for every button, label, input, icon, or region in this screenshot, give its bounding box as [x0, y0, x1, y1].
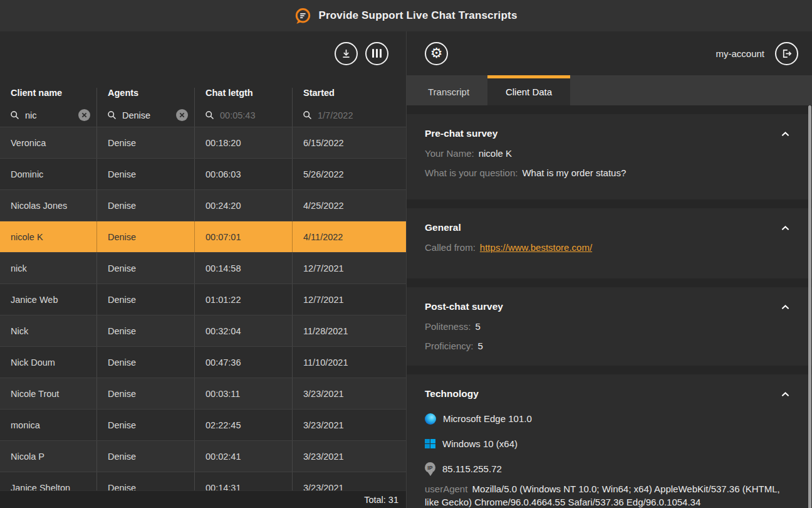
- cell-started[interactable]: 3/23/2021: [293, 378, 406, 409]
- column-header-started[interactable]: Started: [293, 88, 406, 103]
- cell-agent[interactable]: Denise: [97, 441, 195, 472]
- cell-chat-length[interactable]: 02:22:45: [195, 410, 293, 440]
- cell-started[interactable]: 3/23/2021: [293, 441, 406, 472]
- cell-chat-length[interactable]: 00:32:04: [195, 315, 293, 346]
- cell-client-name[interactable]: Janice Web: [0, 284, 97, 315]
- chevron-up-icon[interactable]: [781, 301, 789, 312]
- table-row[interactable]: monicaDenise02:22:453/23/2021: [0, 409, 406, 440]
- chevron-up-icon[interactable]: [781, 222, 789, 233]
- column-header-agents[interactable]: Agents: [97, 88, 195, 103]
- cell-chat-length[interactable]: 00:24:20: [195, 190, 293, 221]
- cell-started[interactable]: 4/11/2022: [293, 221, 406, 252]
- table-row[interactable]: Janice SheltonDenise00:14:313/23/2021: [0, 472, 406, 490]
- download-button[interactable]: [335, 42, 358, 65]
- cell-started[interactable]: 5/26/2022: [293, 159, 406, 189]
- table-row[interactable]: DominicDenise00:06:035/26/2022: [0, 158, 406, 189]
- cell-chat-length[interactable]: 00:06:03: [195, 159, 293, 189]
- field-useragent: userAgentMozilla/5.0 (Windows NT 10.0; W…: [425, 482, 789, 508]
- cell-chat-length[interactable]: 00:02:41: [195, 441, 293, 472]
- called-from-link[interactable]: https://www.beststore.com/: [480, 242, 592, 253]
- table-row[interactable]: VeronicaDenise00:18:206/15/2022: [0, 127, 406, 158]
- cell-client-name[interactable]: Veronica: [0, 127, 97, 158]
- field-what-is-your-question-: What is your question:What is my order s…: [425, 166, 789, 179]
- cell-chat-length[interactable]: 00:14:58: [195, 253, 293, 283]
- clear-filter-button[interactable]: [176, 109, 188, 121]
- column-header-chat-length[interactable]: Chat letgth: [195, 88, 293, 103]
- speech-bubble-logo: [294, 8, 311, 24]
- cell-agent[interactable]: Denise: [97, 472, 195, 490]
- section-technology: TechnologyMicrosoft Edge 101.0Windows 10…: [407, 374, 812, 508]
- cell-started[interactable]: 4/25/2022: [293, 190, 406, 221]
- chat-length-filter-input[interactable]: [220, 110, 286, 120]
- cell-chat-length[interactable]: 00:47:36: [195, 347, 293, 378]
- cell-agent[interactable]: Denise: [97, 378, 195, 409]
- right-toolbar: ⚙ my-account: [407, 31, 812, 75]
- transcripts-table-body: VeronicaDenise00:18:206/15/2022DominicDe…: [0, 127, 406, 490]
- agents-filter-input[interactable]: [122, 110, 170, 120]
- windows-os-icon: [425, 439, 435, 448]
- cell-chat-length[interactable]: 01:01:22: [195, 284, 293, 315]
- chevron-up-icon[interactable]: [781, 128, 789, 139]
- section-title: Technology: [425, 388, 479, 400]
- filter-client-name: [0, 103, 97, 127]
- vertical-scrollbar-thumb[interactable]: [808, 105, 811, 508]
- section-post-chat-survey: Post-chat surveyPoliteness:5Proficiency:…: [407, 287, 812, 366]
- table-row[interactable]: NickDenise00:32:0411/28/2021: [0, 315, 406, 346]
- cell-client-name[interactable]: Nicole Trout: [0, 378, 97, 409]
- column-header-client-name[interactable]: Client name: [0, 88, 97, 103]
- cell-client-name[interactable]: Nicola P: [0, 441, 97, 472]
- cell-started[interactable]: 12/7/2021: [293, 253, 406, 283]
- cell-agent[interactable]: Denise: [97, 159, 195, 189]
- cell-chat-length[interactable]: 00:18:20: [195, 127, 293, 158]
- cell-agent[interactable]: Denise: [97, 127, 195, 158]
- table-row[interactable]: nicole KDenise00:07:014/11/2022: [0, 221, 406, 252]
- table-row[interactable]: nickDenise00:14:5812/7/2021: [0, 252, 406, 283]
- cell-client-name[interactable]: nicole K: [0, 221, 97, 252]
- chevron-up-icon[interactable]: [781, 388, 789, 400]
- cell-started[interactable]: 3/23/2021: [293, 472, 406, 490]
- cell-started[interactable]: 3/23/2021: [293, 410, 406, 440]
- clear-x-icon: [179, 112, 185, 118]
- table-row[interactable]: Nicolas JonesDenise00:24:204/25/2022: [0, 189, 406, 221]
- account-label[interactable]: my-account: [716, 48, 764, 59]
- filter-chat-length: [195, 103, 293, 127]
- logout-button[interactable]: [775, 42, 798, 65]
- app-title: Provide Support Live Chat Transcripts: [318, 9, 517, 22]
- cell-started[interactable]: 6/15/2022: [293, 127, 406, 158]
- cell-agent[interactable]: Denise: [97, 221, 195, 252]
- columns-settings-button[interactable]: [365, 42, 388, 65]
- cell-client-name[interactable]: Dominic: [0, 159, 97, 189]
- cell-chat-length[interactable]: 00:07:01: [195, 221, 293, 252]
- cell-client-name[interactable]: Nicolas Jones: [0, 190, 97, 221]
- cell-agent[interactable]: Denise: [97, 410, 195, 440]
- cell-agent[interactable]: Denise: [97, 347, 195, 378]
- settings-button[interactable]: ⚙: [425, 42, 448, 65]
- client-data-sections: Pre-chat surveyYour Name:nicole KWhat is…: [407, 105, 812, 508]
- field-label: Politeness:: [425, 321, 471, 332]
- client-name-filter-input[interactable]: [25, 110, 73, 120]
- cell-agent[interactable]: Denise: [97, 253, 195, 283]
- tech-item-text: Windows 10 (x64): [442, 438, 518, 449]
- cell-chat-length[interactable]: 00:14:31: [195, 472, 293, 490]
- table-row[interactable]: Nick DoumDenise00:47:3611/10/2021: [0, 346, 406, 378]
- cell-started[interactable]: 11/10/2021: [293, 347, 406, 378]
- cell-agent[interactable]: Denise: [97, 315, 195, 346]
- table-row[interactable]: Nicola PDenise00:02:413/23/2021: [0, 440, 406, 472]
- table-row[interactable]: Nicole TroutDenise00:03:113/23/2021: [0, 378, 406, 409]
- clear-filter-button[interactable]: [78, 109, 90, 121]
- cell-started[interactable]: 11/28/2021: [293, 315, 406, 346]
- cell-client-name[interactable]: nick: [0, 253, 97, 283]
- cell-agent[interactable]: Denise: [97, 190, 195, 221]
- cell-started[interactable]: 12/7/2021: [293, 284, 406, 315]
- detail-tabs: Transcript Client Data: [407, 75, 812, 105]
- table-filter-row: [0, 103, 406, 127]
- cell-chat-length[interactable]: 00:03:11: [195, 378, 293, 409]
- cell-agent[interactable]: Denise: [97, 284, 195, 315]
- tab-client-data[interactable]: Client Data: [487, 75, 570, 105]
- tab-transcript[interactable]: Transcript: [410, 75, 487, 105]
- cell-client-name[interactable]: monica: [0, 410, 97, 440]
- cell-client-name[interactable]: Janice Shelton: [0, 472, 97, 490]
- table-row[interactable]: Janice WebDenise01:01:2212/7/2021: [0, 283, 406, 315]
- cell-client-name[interactable]: Nick Doum: [0, 347, 97, 378]
- cell-client-name[interactable]: Nick: [0, 315, 97, 346]
